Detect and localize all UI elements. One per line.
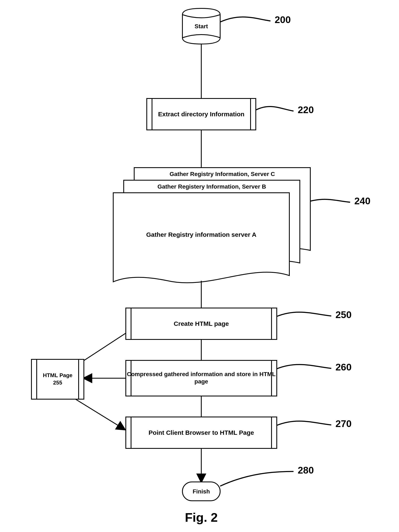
gather-c-label: Gather Registry Information, Server C <box>170 171 275 177</box>
svg-rect-9 <box>32 359 84 399</box>
start-label: Start <box>195 23 208 30</box>
ref-240: 240 <box>354 196 371 206</box>
node-extract: Extract directory Information <box>147 98 256 130</box>
html-page-label-2: 255 <box>53 380 62 386</box>
node-finish: Finish <box>182 482 220 501</box>
compress-label-1: Compressed gathered information and stor… <box>127 371 276 377</box>
leader-270 <box>277 421 331 425</box>
point-label: Point Client Browser to HTML Page <box>149 429 254 436</box>
ref-280: 280 <box>298 465 314 476</box>
node-gather-a: Gather Registry information server A <box>113 193 289 283</box>
leader-220 <box>256 107 294 111</box>
html-page-label-1: HTML Page <box>43 372 72 378</box>
ref-220: 220 <box>298 104 314 115</box>
leader-240 <box>310 199 350 202</box>
node-start: Start <box>182 8 220 44</box>
leader-280 <box>220 471 294 486</box>
node-compress: Compressed gathered information and stor… <box>126 360 277 396</box>
finish-label: Finish <box>193 488 210 495</box>
extract-label: Extract directory Information <box>158 111 245 118</box>
flowchart-figure: Start 200 Extract directory Information … <box>0 0 399 532</box>
node-create: Create HTML page <box>126 308 277 339</box>
ref-250: 250 <box>335 309 352 320</box>
ref-200: 200 <box>275 14 291 25</box>
leader-250 <box>277 312 331 317</box>
flowchart-svg: Start 200 Extract directory Information … <box>0 0 399 532</box>
gather-a-label: Gather Registry information server A <box>146 231 257 238</box>
node-html-page: HTML Page 255 <box>32 359 84 399</box>
create-label: Create HTML page <box>174 320 229 327</box>
ref-260: 260 <box>335 362 352 373</box>
gather-b-label: Gather Registery Information, Server B <box>157 183 266 190</box>
node-point: Point Client Browser to HTML Page <box>126 417 277 448</box>
leader-200 <box>220 17 270 22</box>
ref-270: 270 <box>335 418 352 429</box>
leader-260 <box>277 365 331 369</box>
edge-htmlpage-to-point <box>76 399 125 430</box>
compress-label-2: page <box>194 378 208 385</box>
figure-label: Fig. 2 <box>185 510 218 525</box>
